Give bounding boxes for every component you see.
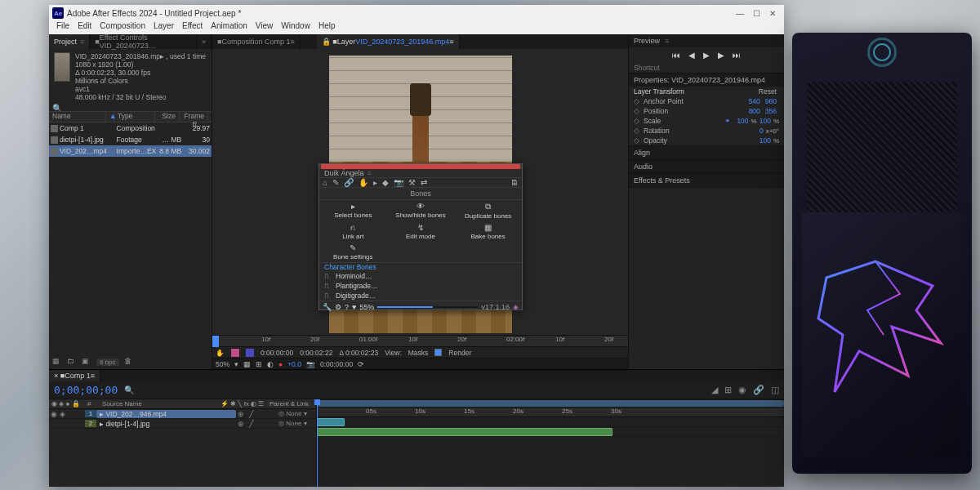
grid-icon[interactable]: ▦ <box>243 360 251 368</box>
timeline-row-1[interactable]: ◉◈ 1 ▸ VID_202…946.mp4 ⊕╱ ◎ None ▾ <box>49 409 316 419</box>
layer-name[interactable]: ▸ dietpi-[1-4].jpg <box>96 420 236 428</box>
duik-bake-bones[interactable]: ▦Bake bones <box>454 221 522 242</box>
layer-time-ruler[interactable]: 10f 20f 01:00f 10f 20f 02:00f 10f 20f <box>212 335 628 346</box>
hand-icon[interactable]: ✋ <box>216 349 225 357</box>
guides-icon[interactable]: ⊞ <box>256 360 262 368</box>
channel-icon[interactable]: ● <box>278 360 283 368</box>
render-checkbox[interactable] <box>434 349 442 356</box>
duik-diamond-icon[interactable]: ◈ <box>513 303 519 311</box>
duik-shuffle-icon[interactable]: ⇄ <box>421 178 427 187</box>
duik-gear-icon[interactable]: ⚙ <box>335 303 341 311</box>
next-frame-icon[interactable]: ▶ <box>718 51 724 60</box>
duik-bone-settings[interactable]: ✎Bone settings <box>319 242 387 262</box>
tab-layer-view[interactable]: 🔒 ■ Layer VID_20240723_201946.mp4 ≡ <box>317 34 460 49</box>
exposure-value[interactable]: +0.0 <box>287 360 301 368</box>
layer-clip-image[interactable] <box>317 428 612 436</box>
graph-editor-icon[interactable]: 🔗 <box>753 385 764 395</box>
project-item-dietpi[interactable]: dietpi-[1-4].jpg Footage … MB 30 <box>49 134 212 145</box>
duik-hand-icon[interactable]: ✋ <box>359 178 368 187</box>
duik-heart-icon[interactable]: ♥ <box>352 303 356 311</box>
duik-link-art[interactable]: ⎌Link art <box>319 221 387 242</box>
in-point-marker[interactable] <box>212 336 219 347</box>
menu-edit[interactable]: Edit <box>74 21 96 34</box>
menu-animation[interactable]: Animation <box>207 21 251 34</box>
opacity-value[interactable]: 100 <box>757 136 773 145</box>
col-name[interactable]: Name <box>49 112 106 122</box>
scale-x[interactable]: 100 <box>734 117 751 125</box>
first-frame-icon[interactable]: ⏮ <box>672 51 680 60</box>
shy-icon[interactable]: ◢ <box>711 385 718 395</box>
frame-blend-icon[interactable]: ⊞ <box>724 385 732 395</box>
current-timecode[interactable]: 0;00;00;00 <box>54 384 118 396</box>
tab-effect-controls[interactable]: ■ Effect Controls VID_20240723… <box>90 34 197 49</box>
motion-blur-icon[interactable]: ◉ <box>738 385 746 395</box>
stopwatch-icon[interactable]: ◇ <box>634 127 644 135</box>
duik-edit-mode[interactable]: ↯Edit mode <box>387 221 455 242</box>
duik-char-digitigrade[interactable]: ⎍Digitigrade… <box>319 291 522 301</box>
timeline-playhead[interactable] <box>317 399 318 487</box>
panel-menu-icon[interactable]: ≡ <box>80 38 84 46</box>
col-type[interactable]: Type <box>114 112 155 122</box>
position-y[interactable]: 356 <box>763 107 779 115</box>
constrain-link-icon[interactable]: ⚭ <box>724 117 731 125</box>
duik-link-icon[interactable]: 🔗 <box>344 178 354 187</box>
layer-color-swatch[interactable] <box>231 349 239 357</box>
duik-help-icon[interactable]: ? <box>345 303 349 311</box>
refresh-icon[interactable]: ⟳ <box>358 360 364 368</box>
parent-dropdown[interactable]: ◎ None ▾ <box>275 420 316 427</box>
align-panel-header[interactable]: Align <box>634 149 650 157</box>
properties-panel-header[interactable]: Properties: VID_20240723_201946.mp4 <box>634 76 765 84</box>
layer-color-swatch[interactable] <box>246 349 254 357</box>
anchor-y[interactable]: 960 <box>763 97 779 105</box>
stopwatch-icon[interactable]: ◇ <box>634 117 644 125</box>
timeline-ruler[interactable]: 05s 10s 15s 20s 25s 30s <box>317 408 784 417</box>
duik-pen-icon[interactable]: ✎ <box>332 178 339 187</box>
layer-name[interactable]: ▸ VID_202…946.mp4 <box>96 410 236 418</box>
prev-frame-icon[interactable]: ◀ <box>688 51 695 60</box>
col-size[interactable]: Size <box>155 112 180 122</box>
col-fps[interactable]: Frame R… <box>180 112 208 122</box>
reset-button[interactable]: Reset <box>756 87 779 96</box>
delete-icon[interactable]: 🗑 <box>124 357 134 367</box>
sort-icon[interactable]: ▲ <box>106 112 114 122</box>
minimize-button[interactable]: — <box>732 7 748 20</box>
duik-panel[interactable]: Duik Ángela ≡ ⌂ ✎ 🔗 ✋ ▸ ◆ 📷 ⚒ ⇄ 🗎 <box>318 163 523 310</box>
tab-timeline-comp1[interactable]: × ■ Comp 1 ≡ <box>49 370 100 381</box>
zoom-dropdown[interactable]: 50% <box>216 360 229 368</box>
effects-presets-header[interactable]: Effects & Presets <box>634 176 690 185</box>
out-time[interactable]: 0:00:02:22 <box>300 349 332 357</box>
new-folder-icon[interactable]: 🗀 <box>67 357 77 367</box>
maximize-button[interactable]: ☐ <box>748 7 764 20</box>
position-x[interactable]: 800 <box>746 107 763 115</box>
parent-dropdown[interactable]: ◎ None ▾ <box>275 410 316 417</box>
scale-y[interactable]: 100 <box>757 117 773 125</box>
anchor-x[interactable]: 540 <box>746 97 763 105</box>
adjustment-icon[interactable]: ◫ <box>771 385 779 395</box>
duik-cam-icon[interactable]: 📷 <box>394 178 403 187</box>
snapshot-icon[interactable]: 📷 <box>306 360 315 368</box>
duik-tools-icon[interactable]: ⚒ <box>408 178 416 187</box>
duik-home-icon[interactable]: ⌂ <box>323 178 327 187</box>
menu-effect[interactable]: Effect <box>178 21 207 34</box>
close-button[interactable]: ✕ <box>764 7 781 20</box>
new-comp-icon[interactable]: ▣ <box>82 357 91 367</box>
duik-show-hide-bones[interactable]: 👁Show/hide bones <box>387 200 455 221</box>
visibility-toggle[interactable]: ◉ <box>49 410 58 418</box>
preview-panel-header[interactable]: Preview <box>634 37 660 45</box>
stopwatch-icon[interactable]: ◇ <box>634 107 644 115</box>
timeline-row-2[interactable]: 2 ▸ dietpi-[1-4].jpg ⊕╱ ◎ None ▾ <box>49 419 316 429</box>
duik-char-hominoid[interactable]: ⎍Hominoid… <box>319 271 522 281</box>
footage-viewer[interactable]: Duik Ángela ≡ ⌂ ✎ 🔗 ✋ ▸ ◆ 📷 ⚒ ⇄ 🗎 <box>212 49 628 335</box>
stopwatch-icon[interactable]: ◇ <box>634 136 644 145</box>
duik-play-icon[interactable]: ▸ <box>373 178 377 187</box>
menu-composition[interactable]: Composition <box>96 21 149 34</box>
menu-help[interactable]: Help <box>314 21 340 34</box>
bit-depth-toggle[interactable]: 8 bpc <box>96 359 119 366</box>
play-icon[interactable]: ▶ <box>703 51 710 60</box>
duik-char-plantigrade[interactable]: ⎍Plantigrade… <box>319 281 522 291</box>
duik-duplicate-bones[interactable]: ⧉Duplicate bones <box>454 200 522 221</box>
timeline-search-icon[interactable]: 🔍 <box>124 385 134 394</box>
menu-view[interactable]: View <box>252 21 278 34</box>
interpret-footage-icon[interactable]: ▦ <box>52 357 62 367</box>
current-time[interactable]: 0:00:00:00 <box>320 360 353 368</box>
